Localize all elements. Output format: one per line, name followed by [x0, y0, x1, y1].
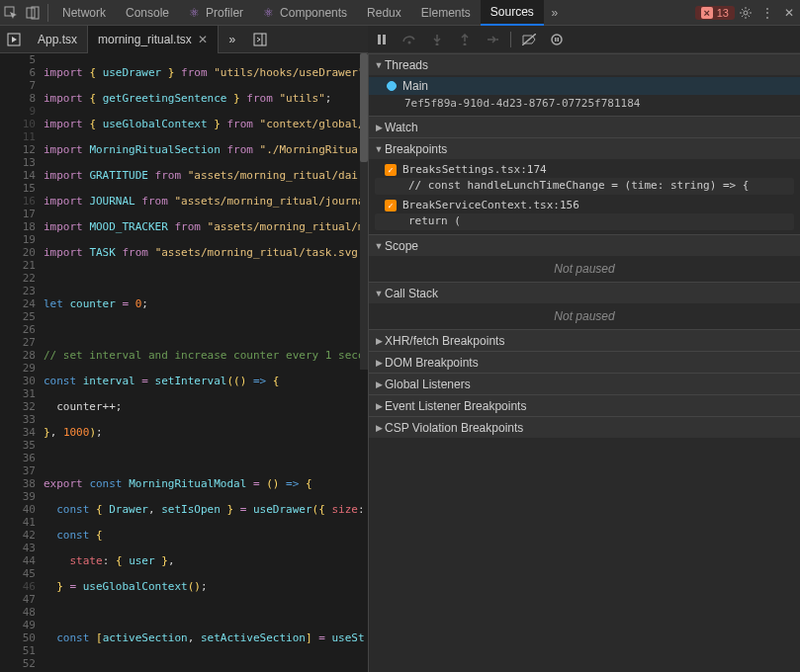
step-out-icon[interactable] [455, 30, 475, 49]
tab-redux[interactable]: Redux [357, 0, 411, 26]
close-icon[interactable]: ✕ [778, 6, 800, 20]
section-threads[interactable]: ▼Threads [369, 53, 800, 75]
scope-notpaused: Not paused [369, 256, 800, 282]
svg-rect-4 [378, 35, 381, 44]
close-icon[interactable]: ✕ [198, 33, 208, 46]
pause-icon[interactable] [372, 30, 392, 49]
step-into-icon[interactable] [427, 30, 447, 49]
tab-console[interactable]: Console [116, 0, 179, 26]
device-icon[interactable] [22, 6, 44, 20]
editor-scrollbar[interactable] [360, 53, 368, 370]
filetab-morning-ritual[interactable]: morning_ritual.tsx✕ [88, 26, 219, 53]
thread-main[interactable]: Main [369, 77, 800, 95]
breakpoint-item[interactable]: ✓BreaksSettings.tsx:174 [369, 161, 800, 178]
section-global[interactable]: ▶Global Listeners [369, 373, 800, 394]
svg-point-8 [464, 42, 467, 45]
svg-point-9 [496, 39, 498, 41]
section-dom[interactable]: ▶DOM Breakpoints [369, 351, 800, 373]
more-tabs-icon[interactable]: » [544, 6, 566, 20]
tab-sources[interactable]: Sources [481, 0, 544, 26]
section-callstack[interactable]: ▼Call Stack [369, 282, 800, 303]
pause-exceptions-icon[interactable] [547, 30, 567, 49]
tab-network[interactable]: Network [52, 0, 116, 26]
step-icon[interactable] [483, 30, 502, 49]
svg-rect-12 [555, 38, 557, 42]
svg-point-3 [744, 11, 748, 15]
svg-rect-1 [27, 8, 35, 18]
code-content: import { useDrawer } from "utils/hooks/u… [44, 53, 368, 672]
tab-elements[interactable]: Elements [411, 0, 481, 26]
thread-active-icon [387, 81, 397, 91]
section-breakpoints[interactable]: ▼Breakpoints [369, 137, 800, 159]
section-xhr[interactable]: ▶XHR/fetch Breakpoints [369, 329, 800, 351]
section-event[interactable]: ▶Event Listener Breakpoints [369, 394, 800, 416]
kebab-icon[interactable]: ⋮ [756, 6, 778, 20]
run-snippet-icon[interactable] [0, 33, 28, 46]
checkbox-icon[interactable]: ✓ [385, 164, 397, 176]
checkbox-icon[interactable]: ✓ [385, 200, 397, 211]
step-over-icon[interactable] [400, 30, 419, 49]
tab-components[interactable]: ⚛Components [253, 0, 357, 26]
show-navigator-icon[interactable] [246, 33, 274, 46]
section-scope[interactable]: ▼Scope [369, 234, 800, 256]
line-gutter: 5678910111213141516171819202122232425262… [0, 53, 44, 672]
section-watch[interactable]: ▶Watch [369, 116, 800, 137]
filetab-app[interactable]: App.tsx [28, 26, 88, 53]
error-count-badge[interactable]: ×13 [695, 6, 735, 20]
breakpoint-item[interactable]: ✓BreakServiceContext.tsx:156 [369, 197, 800, 213]
svg-point-11 [552, 35, 562, 44]
svg-rect-13 [558, 38, 560, 42]
gear-icon[interactable] [735, 6, 756, 20]
breakpoint-code: return ( [375, 213, 794, 230]
section-csp[interactable]: ▶CSP Violation Breakpoints [369, 416, 800, 438]
more-files-icon[interactable]: » [219, 33, 246, 46]
svg-point-7 [436, 42, 439, 45]
debugger-sidebar: ▼Threads Main 7ef5f89a-910d-4d23-8767-07… [368, 53, 800, 672]
code-editor[interactable]: 5678910111213141516171819202122232425262… [0, 53, 368, 672]
callstack-notpaused: Not paused [369, 303, 800, 329]
svg-rect-5 [383, 35, 386, 44]
devtools-tabbar: Network Console ⚛Profiler ⚛Components Re… [0, 0, 800, 26]
svg-point-6 [408, 41, 411, 43]
inspect-icon[interactable] [0, 6, 22, 20]
deactivate-bp-icon[interactable] [519, 30, 539, 49]
thread-worker[interactable]: 7ef5f89a-910d-4d23-8767-07725f781184 [369, 95, 800, 114]
breakpoint-code: // const handleLunchTimeChange = (time: … [375, 178, 794, 195]
debugger-toolbar [368, 26, 800, 53]
tab-profiler[interactable]: ⚛Profiler [179, 0, 253, 26]
